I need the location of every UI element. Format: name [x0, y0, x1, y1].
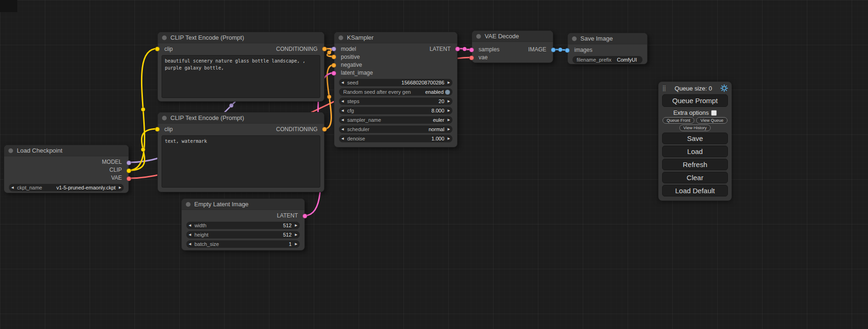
- queue-front-button[interactable]: Queue Front: [663, 117, 695, 124]
- collapse-dot[interactable]: [339, 35, 343, 40]
- height-widget[interactable]: ◀ height 512 ▶: [186, 231, 300, 238]
- increment-arrow-icon[interactable]: ▶: [448, 107, 450, 114]
- widget-value: 20: [438, 98, 444, 104]
- collapse-dot[interactable]: [8, 148, 13, 153]
- increment-arrow-icon[interactable]: ▶: [119, 184, 121, 191]
- load-default-button[interactable]: Load Default: [662, 185, 728, 196]
- sampler-name-widget[interactable]: ◀ sampler_name euler ▶: [339, 116, 452, 124]
- port-samples-input[interactable]: [469, 48, 474, 52]
- collapse-dot[interactable]: [476, 34, 481, 39]
- port-positive-input[interactable]: [332, 55, 336, 59]
- save-button[interactable]: Save: [662, 133, 728, 144]
- collapse-dot[interactable]: [162, 116, 167, 120]
- node-title-bar[interactable]: CLIP Text Encode (Prompt): [158, 32, 324, 43]
- output-slot-vae: VAE: [4, 174, 128, 182]
- collapse-dot[interactable]: [162, 35, 167, 40]
- node-clip-text-encode-negative[interactable]: CLIP Text Encode (Prompt) clip CONDITION…: [157, 112, 325, 192]
- filename-prefix-widget[interactable]: filename_prefix ComfyUI: [572, 56, 642, 63]
- port-model-input[interactable]: [332, 47, 336, 51]
- input-label-vae: vae: [479, 54, 487, 62]
- steps-widget[interactable]: ◀ steps 20 ▶: [339, 98, 452, 105]
- collapse-dot[interactable]: [186, 202, 191, 207]
- decrement-arrow-icon[interactable]: ◀: [341, 98, 344, 105]
- slot-row-latent-image: latent_image: [334, 69, 457, 77]
- node-title-bar[interactable]: KSampler: [334, 32, 457, 43]
- wire-dot-conditioning-negative: [327, 95, 332, 99]
- node-title-bar[interactable]: Save Image: [568, 33, 647, 44]
- input-label-negative: negative: [341, 61, 362, 69]
- node-title-bar[interactable]: Empty Latent Image: [182, 199, 304, 210]
- port-images-input[interactable]: [565, 48, 570, 53]
- node-title-bar[interactable]: Load Checkpoint: [4, 145, 128, 156]
- increment-arrow-icon[interactable]: ▶: [448, 79, 450, 86]
- toggle-knob[interactable]: [445, 90, 450, 95]
- node-title: CLIP Text Encode (Prompt): [170, 34, 244, 41]
- decrement-arrow-icon[interactable]: ◀: [189, 231, 191, 238]
- port-latent-output[interactable]: [303, 214, 307, 218]
- negative-prompt-textarea[interactable]: text, watermark: [162, 135, 320, 188]
- slot-row-model: model LATENT: [334, 45, 457, 53]
- cfg-widget[interactable]: ◀ cfg 8.000 ▶: [339, 107, 452, 114]
- slot-row-images: images: [568, 46, 647, 54]
- scheduler-widget[interactable]: ◀ scheduler normal ▶: [339, 126, 452, 133]
- node-load-checkpoint[interactable]: Load Checkpoint MODEL CLIP VAE ◀ ckpt_na…: [4, 145, 129, 193]
- decrement-arrow-icon[interactable]: ◀: [341, 135, 344, 142]
- node-title-bar[interactable]: VAE Decode: [472, 31, 553, 42]
- increment-arrow-icon[interactable]: ▶: [448, 98, 450, 105]
- decrement-arrow-icon[interactable]: ◀: [189, 222, 191, 229]
- port-clip-input[interactable]: [155, 127, 160, 132]
- decrement-arrow-icon[interactable]: ◀: [341, 116, 344, 124]
- increment-arrow-icon[interactable]: ▶: [448, 126, 450, 133]
- increment-arrow-icon[interactable]: ▶: [448, 135, 450, 142]
- port-negative-input[interactable]: [332, 63, 336, 68]
- input-label-latent-image: latent_image: [341, 69, 373, 77]
- increment-arrow-icon[interactable]: ▶: [448, 116, 450, 124]
- load-button[interactable]: Load: [662, 146, 728, 157]
- port-clip-output[interactable]: [127, 168, 131, 173]
- decrement-arrow-icon[interactable]: ◀: [189, 240, 191, 248]
- node-vae-decode[interactable]: VAE Decode samples IMAGE vae: [472, 30, 553, 63]
- ckpt-name-widget[interactable]: ◀ ckpt_name v1-5-pruned-emaonly.ckpt ▶: [9, 184, 124, 191]
- seed-control-widget[interactable]: Random seed after every gen enabled: [339, 88, 452, 96]
- increment-arrow-icon[interactable]: ▶: [295, 240, 297, 248]
- widget-value: 512: [283, 232, 291, 238]
- port-vae-input[interactable]: [469, 56, 474, 60]
- input-label-clip: clip: [164, 45, 173, 53]
- queue-prompt-button[interactable]: Queue Prompt: [662, 94, 728, 107]
- view-history-button[interactable]: View History: [679, 125, 711, 131]
- widget-label: seed: [347, 80, 401, 85]
- port-image-output[interactable]: [551, 48, 556, 52]
- node-clip-text-encode-positive[interactable]: CLIP Text Encode (Prompt) clip CONDITION…: [157, 32, 325, 102]
- collapse-dot[interactable]: [572, 36, 577, 41]
- view-queue-button[interactable]: View Queue: [696, 117, 727, 124]
- batch-size-widget[interactable]: ◀ batch_size 1 ▶: [186, 240, 300, 248]
- port-vae-output[interactable]: [127, 176, 131, 181]
- extra-options-checkbox[interactable]: [711, 110, 717, 116]
- seed-widget[interactable]: ◀ seed 156680208700286 ▶: [339, 79, 452, 86]
- node-title-bar[interactable]: CLIP Text Encode (Prompt): [158, 112, 324, 124]
- positive-prompt-textarea[interactable]: beautiful scenery nature glass bottle la…: [162, 55, 320, 98]
- decrement-arrow-icon[interactable]: ◀: [341, 126, 344, 133]
- decrement-arrow-icon[interactable]: ◀: [341, 107, 344, 114]
- port-latent-output[interactable]: [455, 47, 460, 51]
- drag-handle-icon[interactable]: ⣿: [662, 85, 666, 91]
- settings-gear-icon[interactable]: [720, 84, 728, 92]
- increment-arrow-icon[interactable]: ▶: [295, 231, 297, 238]
- refresh-button[interactable]: Refresh: [662, 159, 728, 170]
- port-model-output[interactable]: [127, 161, 131, 165]
- node-ksampler[interactable]: KSampler model LATENT positive negative …: [334, 32, 458, 147]
- increment-arrow-icon[interactable]: ▶: [295, 222, 297, 229]
- port-clip-input[interactable]: [155, 47, 160, 51]
- decrement-arrow-icon[interactable]: ◀: [11, 184, 14, 191]
- port-latent-image-input[interactable]: [332, 71, 336, 76]
- clear-button[interactable]: Clear: [662, 172, 728, 183]
- port-conditioning-output[interactable]: [322, 47, 327, 51]
- width-widget[interactable]: ◀ width 512 ▶: [186, 222, 300, 229]
- port-conditioning-output[interactable]: [322, 127, 327, 132]
- denoise-widget[interactable]: ◀ denoise 1.000 ▶: [339, 135, 452, 142]
- wire-dot-clip-negative: [141, 147, 145, 152]
- decrement-arrow-icon[interactable]: ◀: [341, 79, 344, 86]
- node-save-image[interactable]: Save Image images filename_prefix ComfyU…: [567, 33, 648, 64]
- node-empty-latent-image[interactable]: Empty Latent Image LATENT ◀ width 512 ▶ …: [181, 198, 305, 251]
- node-graph-canvas[interactable]: Load Checkpoint MODEL CLIP VAE ◀ ckpt_na…: [0, 0, 868, 329]
